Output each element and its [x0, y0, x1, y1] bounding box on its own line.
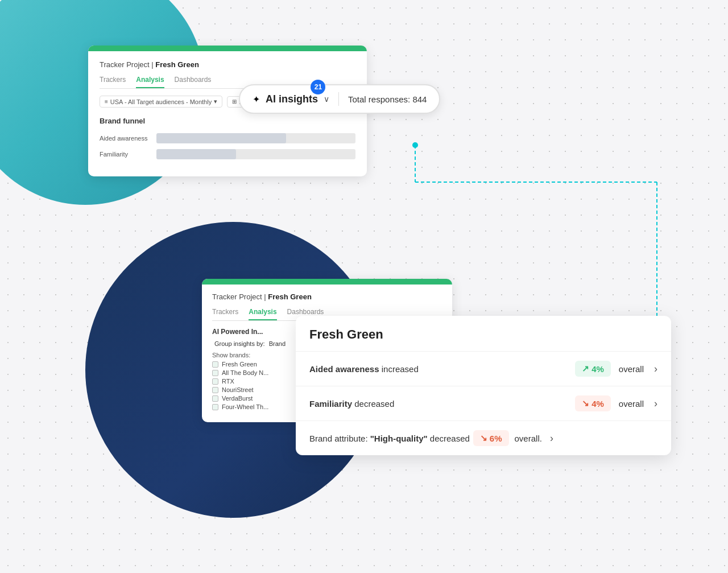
top-card-brand-name: Fresh Green: [155, 60, 199, 69]
brand-label-fresh-green: Fresh Green: [222, 361, 257, 368]
aided-awareness-suffix: increased: [379, 364, 419, 374]
filters-icon: ⊞: [232, 98, 237, 105]
insights-panel-header: Fresh Green: [296, 316, 671, 352]
insights-panel: Fresh Green Aided awareness increased ↗ …: [296, 316, 671, 455]
tab-trackers[interactable]: Trackers: [100, 76, 126, 88]
brand-label-all-body: All The Body N...: [222, 369, 268, 376]
brand-label-verdaburst: VerdaBurst: [222, 395, 253, 402]
badge-arrow-quality: ↘: [480, 433, 487, 443]
brand-attr-suffix: decreased: [428, 434, 470, 443]
badge-arrow-up: ↗: [582, 364, 589, 374]
ai-insights-popup[interactable]: 21 ✦ AI insights ∨ Total responses: 844: [239, 84, 440, 114]
top-card-breadcrumb: Tracker Project | Fresh Green: [100, 60, 355, 69]
insight-aided-awareness-text: Aided awareness increased: [309, 364, 569, 374]
aided-awareness-bar-fill: [156, 133, 286, 143]
filter-icon: ≡: [105, 98, 108, 105]
insight-chevron-familiarity[interactable]: ›: [654, 398, 657, 410]
bottom-card-brand-name: Fresh Green: [268, 292, 312, 301]
funnel-aided-awareness: Aided awareness: [100, 133, 355, 143]
brand-funnel-title: Brand funnel: [100, 117, 355, 125]
ai-sparkle-icon: ✦: [253, 94, 260, 105]
brand-label-four-wheel: Four-Wheel Th...: [222, 403, 268, 410]
ai-total-responses: Total responses: 844: [348, 94, 427, 104]
brand-checkbox-four-wheel[interactable]: [212, 404, 218, 410]
familiarity-label: Familiarity: [100, 151, 151, 158]
insight-overall-quality: overall.: [515, 434, 542, 443]
badge-percent-aided: 4%: [592, 364, 604, 374]
familiarity-bar-fill: [156, 149, 236, 159]
insight-badge-familiarity-down: ↘ 4%: [575, 395, 611, 411]
group-by-label: Group insights by:: [214, 340, 265, 347]
funnel-familiarity: Familiarity: [100, 149, 355, 159]
insight-badge-quality-down: ↘ 6%: [473, 430, 509, 446]
familiarity-suffix: decreased: [352, 399, 394, 409]
ai-popup-divider: [338, 92, 339, 106]
bottom-breadcrumb-prefix: Tracker Project |: [212, 292, 268, 301]
brand-checkbox-nouristreet[interactable]: [212, 387, 218, 393]
bottom-tab-trackers[interactable]: Trackers: [212, 308, 238, 320]
card-top-header-bar: [88, 46, 367, 51]
insight-row-brand-attribute[interactable]: Brand attribute: "High-quality" decrease…: [296, 421, 671, 455]
scene: Tracker Project | Fresh Green Trackers A…: [0, 0, 728, 573]
insight-overall-aided: overall: [619, 364, 644, 374]
tab-analysis[interactable]: Analysis: [136, 76, 164, 88]
aided-awareness-bar-bg: [156, 133, 355, 143]
tab-dashboards[interactable]: Dashboards: [175, 76, 212, 88]
brand-checkbox-verdaburst[interactable]: [212, 395, 218, 402]
audience-filter-label: USA - All Target audiences - Monthly: [110, 98, 212, 105]
insight-row-aided-awareness[interactable]: Aided awareness increased ↗ 4% overall ›: [296, 352, 671, 386]
badge-percent-familiarity: 4%: [592, 399, 604, 409]
familiarity-bar-bg: [156, 149, 355, 159]
insight-overall-familiarity: overall: [619, 399, 644, 409]
brand-label-nouristreet: NouriStreet: [222, 386, 254, 393]
aided-awareness-bold: Aided awareness: [309, 364, 379, 374]
breadcrumb-prefix: Tracker Project |: [100, 60, 155, 69]
ai-badge-count: 21: [311, 80, 325, 94]
badge-arrow-familiarity: ↘: [582, 398, 589, 409]
card-bottom-header-bar: [202, 279, 452, 285]
card-top-content: Tracker Project | Fresh Green Trackers A…: [88, 51, 367, 176]
brand-label-rtx: RTX: [222, 378, 234, 385]
insight-chevron-quality[interactable]: ›: [550, 432, 553, 444]
ai-popup-label: AI insights: [266, 93, 318, 105]
audience-filter-chevron: ▾: [214, 98, 217, 105]
aided-awareness-label: Aided awareness: [100, 135, 151, 142]
brand-attr-prefix: Brand attribute:: [309, 434, 370, 443]
brand-checkbox-rtx[interactable]: [212, 378, 218, 385]
bottom-tab-analysis[interactable]: Analysis: [249, 308, 276, 320]
svg-point-3: [412, 142, 418, 148]
group-by-value: Brand: [269, 340, 286, 347]
brand-checkbox-all-body[interactable]: [212, 370, 218, 376]
insights-brand-title: Fresh Green: [309, 327, 657, 342]
familiarity-bold: Familiarity: [309, 399, 352, 409]
badge-percent-quality: 6%: [490, 434, 502, 443]
insight-row-familiarity[interactable]: Familiarity decreased ↘ 4% overall ›: [296, 386, 671, 421]
brand-attr-quality: "High-quality": [370, 434, 428, 443]
ai-popup-chevron: ∨: [324, 94, 329, 104]
bottom-card-breadcrumb: Tracker Project | Fresh Green: [212, 292, 442, 301]
brand-checkbox-fresh-green[interactable]: [212, 361, 218, 368]
insight-badge-aided-up: ↗ 4%: [575, 361, 611, 377]
audience-filter-pill[interactable]: ≡ USA - All Target audiences - Monthly ▾: [100, 96, 222, 108]
insight-brand-attr-text: Brand attribute: "High-quality" decrease…: [309, 434, 470, 443]
insight-familiarity-text: Familiarity decreased: [309, 399, 569, 409]
insight-chevron-aided[interactable]: ›: [654, 363, 657, 375]
